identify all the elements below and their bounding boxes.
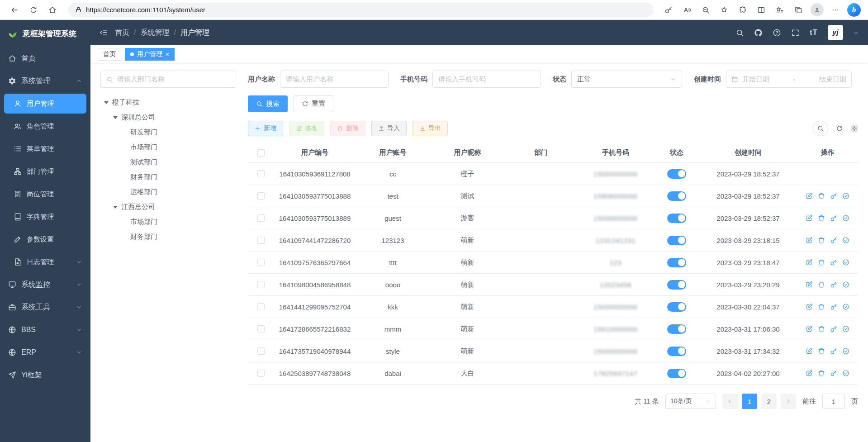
sidebar-item-role-mgmt[interactable]: 角色管理: [0, 115, 90, 138]
status-toggle[interactable]: [667, 302, 686, 312]
favorites-bar-icon[interactable]: [772, 2, 787, 18]
breadcrumb-home[interactable]: 首页: [115, 28, 129, 38]
reset-password-icon[interactable]: [830, 237, 837, 244]
column-settings-icon[interactable]: [851, 125, 858, 132]
row-checkbox[interactable]: [257, 259, 265, 266]
tree-node[interactable]: 深圳总公司: [100, 110, 236, 125]
show-search-icon[interactable]: [813, 121, 828, 136]
status-toggle[interactable]: [667, 369, 686, 378]
edit-icon[interactable]: [806, 237, 813, 244]
refresh-table-icon[interactable]: [836, 125, 843, 132]
delete-icon[interactable]: [818, 259, 825, 266]
edit-icon[interactable]: [806, 281, 813, 288]
delete-icon[interactable]: [818, 325, 825, 333]
assign-role-icon[interactable]: [842, 303, 849, 310]
status-toggle[interactable]: [667, 280, 686, 290]
edit-icon[interactable]: [806, 370, 813, 377]
export-button[interactable]: 导出: [413, 121, 448, 136]
edit-icon[interactable]: [806, 259, 813, 266]
reset-password-icon[interactable]: [830, 281, 837, 288]
favorites-add-icon[interactable]: [716, 2, 732, 18]
select-all-checkbox[interactable]: [257, 149, 265, 157]
close-tab-icon[interactable]: ×: [166, 51, 169, 57]
status-toggle[interactable]: [667, 236, 686, 245]
tab-user-mgmt[interactable]: 用户管理 ×: [125, 48, 175, 61]
edit-icon[interactable]: [806, 325, 813, 333]
edit-icon[interactable]: [806, 347, 813, 355]
delete-icon[interactable]: [818, 370, 825, 377]
split-screen-icon[interactable]: [754, 2, 769, 18]
page-2-button[interactable]: 2: [761, 394, 777, 409]
goto-page-input[interactable]: [822, 394, 845, 409]
row-checkbox[interactable]: [257, 325, 265, 333]
more-options-icon[interactable]: [828, 2, 843, 18]
sidebar-item-yi-framework[interactable]: Yi框架: [0, 364, 90, 386]
username-input[interactable]: 请输入用户名称: [280, 71, 389, 88]
reset-password-icon[interactable]: [830, 259, 837, 266]
next-page-button[interactable]: [781, 394, 796, 409]
status-toggle[interactable]: [667, 347, 686, 356]
row-checkbox[interactable]: [257, 281, 265, 288]
sidebar-item-home[interactable]: 首页: [0, 47, 90, 70]
modify-button[interactable]: 修改: [289, 121, 324, 136]
fullscreen-icon[interactable]: [791, 29, 800, 37]
assign-role-icon[interactable]: [842, 214, 849, 222]
edit-icon[interactable]: [806, 192, 813, 200]
page-size-select[interactable]: 10条/页: [665, 394, 716, 409]
prev-page-button[interactable]: [722, 394, 738, 409]
address-bar[interactable]: https://ccnetcore.com:1101/system/user: [68, 3, 654, 17]
caret-down-icon[interactable]: [113, 206, 118, 209]
delete-icon[interactable]: [818, 347, 825, 355]
reset-button[interactable]: 重置: [294, 95, 333, 112]
status-toggle[interactable]: [667, 191, 686, 201]
reset-password-icon[interactable]: [830, 347, 837, 355]
avatar-chevron-down-icon[interactable]: [853, 30, 859, 36]
zoom-icon[interactable]: [698, 2, 713, 18]
sidebar-item-post-mgmt[interactable]: 岗位管理: [0, 183, 90, 205]
assign-role-icon[interactable]: [842, 325, 849, 333]
bing-icon[interactable]: b: [846, 2, 862, 18]
tree-node[interactable]: 市场部门: [100, 214, 236, 229]
sidebar-item-dict-mgmt[interactable]: 字典管理: [0, 205, 90, 228]
page-1-button[interactable]: 1: [742, 394, 757, 409]
dept-search-input[interactable]: 请输入部门名称: [100, 71, 236, 88]
date-range-picker[interactable]: 开始日期 - 结束日期: [726, 71, 852, 88]
row-checkbox[interactable]: [257, 214, 265, 222]
extensions-icon[interactable]: [735, 2, 750, 18]
tree-node[interactable]: 橙子科技: [100, 95, 236, 110]
sidebar-item-param-settings[interactable]: 参数设置: [0, 228, 90, 251]
import-button[interactable]: 导入: [371, 121, 407, 136]
github-icon[interactable]: [754, 29, 763, 37]
reset-password-icon[interactable]: [830, 325, 837, 333]
edit-icon[interactable]: [806, 303, 813, 310]
tree-node[interactable]: 财务部门: [100, 170, 236, 185]
font-size-icon[interactable]: tT: [810, 28, 818, 37]
assign-role-icon[interactable]: [842, 281, 849, 288]
header-search-icon[interactable]: [735, 29, 744, 37]
status-select[interactable]: 正常: [571, 71, 682, 88]
tab-home[interactable]: 首页: [98, 48, 121, 61]
reset-password-icon[interactable]: [830, 192, 837, 200]
browser-back-button[interactable]: [6, 2, 23, 18]
sidebar-item-monitor[interactable]: 系统监控: [0, 273, 90, 296]
tree-node[interactable]: 江西总公司: [100, 200, 236, 214]
browser-profile-avatar[interactable]: [809, 2, 825, 18]
sidebar-item-log-mgmt[interactable]: 日志管理: [0, 251, 90, 273]
caret-down-icon[interactable]: [113, 116, 118, 119]
sidebar-item-menu-mgmt[interactable]: 菜单管理: [0, 138, 90, 160]
row-checkbox[interactable]: [257, 347, 265, 355]
delete-icon[interactable]: [818, 214, 825, 222]
sidebar-item-tools[interactable]: 系统工具: [0, 296, 90, 318]
delete-icon[interactable]: [818, 303, 825, 310]
help-icon[interactable]: [773, 29, 781, 37]
browser-home-button[interactable]: [44, 2, 61, 18]
add-button[interactable]: 新增: [248, 121, 283, 136]
row-checkbox[interactable]: [257, 237, 265, 244]
reset-password-icon[interactable]: [830, 303, 837, 310]
browser-refresh-button[interactable]: [25, 2, 42, 18]
status-toggle[interactable]: [667, 169, 686, 179]
tree-node[interactable]: 测试部门: [100, 155, 236, 170]
sidebar-item-erp[interactable]: ERP: [0, 341, 90, 364]
password-key-icon[interactable]: [661, 2, 676, 18]
delete-icon[interactable]: [818, 192, 825, 200]
